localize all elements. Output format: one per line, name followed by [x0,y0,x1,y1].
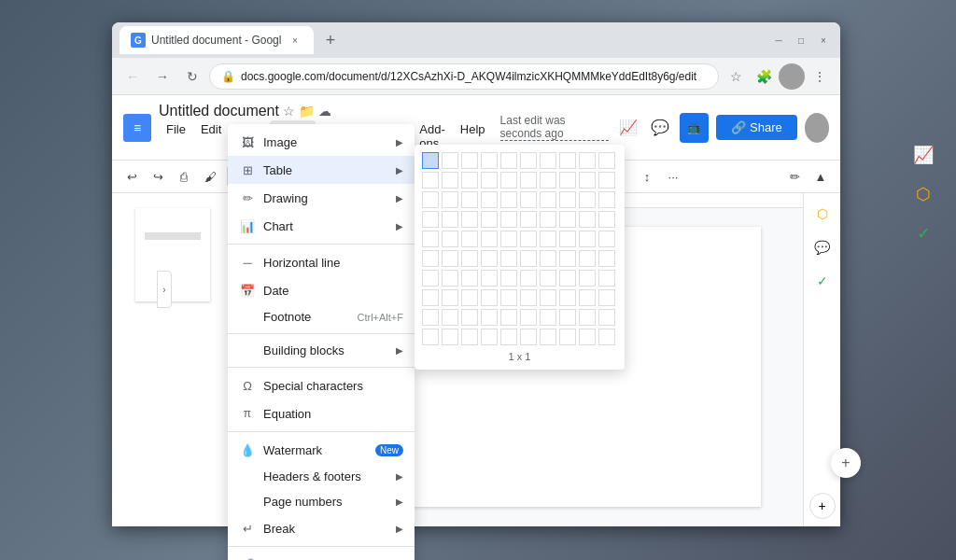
menu-item-image[interactable]: 🖼 Image ▶ [228,128,415,156]
table-cell[interactable] [520,289,537,306]
table-cell[interactable] [559,172,576,189]
table-cell[interactable] [520,270,537,287]
table-cell[interactable] [598,191,615,208]
menu-item-equation[interactable]: π Equation [228,399,415,427]
share-button[interactable]: 🔗 Share [716,115,797,140]
right-panel-chat[interactable]: 💬 [809,234,836,260]
folder-icon[interactable]: 📁 [299,104,315,119]
table-cell[interactable] [540,152,556,169]
collapse-toolbar-button[interactable]: ▲ [808,164,833,189]
expand-sidebar-button[interactable]: › [157,271,172,308]
table-cell[interactable] [598,211,615,228]
table-cell[interactable] [500,329,517,345]
table-cell[interactable] [559,231,576,247]
table-cell[interactable] [481,191,498,208]
page-thumbnail[interactable] [135,208,210,301]
table-cell[interactable] [579,172,596,189]
table-cell[interactable] [461,191,478,208]
table-cell[interactable] [422,152,439,169]
menu-item-date[interactable]: 📅 Date [228,276,415,304]
table-cell[interactable] [442,172,458,189]
table-cell[interactable] [540,191,556,208]
menu-item-break[interactable]: ↵ Break ▶ [228,514,415,542]
table-cell[interactable] [422,270,439,287]
table-cell[interactable] [579,289,596,306]
table-cell[interactable] [481,172,498,189]
table-cell[interactable] [559,270,576,287]
table-cell[interactable] [520,231,537,247]
table-cell[interactable] [559,211,576,228]
new-tab-button[interactable]: + [317,27,344,53]
table-cell[interactable] [598,231,615,247]
table-cell[interactable] [461,309,478,326]
table-cell[interactable] [559,309,576,326]
menu-item-building-blocks[interactable]: Building blocks ▶ [228,338,415,363]
table-cell[interactable] [520,250,537,267]
table-cell[interactable] [559,191,576,208]
last-edit-text[interactable]: Last edit was seconds ago [500,114,609,141]
table-cell[interactable] [540,231,556,247]
table-cell[interactable] [540,329,556,345]
more-button[interactable]: ··· [661,164,685,189]
table-cell[interactable] [500,211,517,228]
table-cell[interactable] [540,250,556,267]
table-cell[interactable] [422,211,439,228]
table-cell[interactable] [481,309,498,326]
undo-button[interactable]: ↩ [120,164,144,189]
table-cell[interactable] [422,231,439,247]
table-grid[interactable] [422,152,617,347]
table-cell[interactable] [598,289,615,306]
bookmark-button[interactable]: ☆ [723,63,749,90]
menu-item-page-numbers[interactable]: Page numbers ▶ [228,489,415,514]
table-cell[interactable] [461,250,478,267]
menu-file[interactable]: File [159,120,193,152]
reload-button[interactable]: ↻ [179,63,205,90]
table-cell[interactable] [461,231,478,247]
maximize-button[interactable]: □ [792,31,810,49]
profile-button[interactable] [779,63,805,90]
table-cell[interactable] [540,211,556,228]
table-cell[interactable] [540,309,556,326]
comments-button[interactable]: 💬 [648,113,672,143]
search-button[interactable]: 📈 [616,113,640,143]
table-cell[interactable] [461,211,478,228]
table-cell[interactable] [442,152,458,169]
table-cell[interactable] [559,329,576,345]
table-cell[interactable] [422,172,439,189]
table-cell[interactable] [579,250,596,267]
user-avatar[interactable] [805,113,829,143]
table-cell[interactable] [500,309,517,326]
table-cell[interactable] [520,191,537,208]
chrome-tab[interactable]: G Untitled document - Google Do... × [120,26,314,54]
table-cell[interactable] [598,172,615,189]
table-cell[interactable] [481,329,498,345]
menu-item-watermark[interactable]: 💧 Watermark New [228,436,415,464]
menu-item-horizontal-line[interactable]: ─ Horizontal line [228,248,415,276]
table-cell[interactable] [481,211,498,228]
menu-item-headers-footers[interactable]: Headers & footers ▶ [228,464,415,489]
table-cell[interactable] [520,309,537,326]
cloud-icon[interactable]: ☁ [318,104,331,119]
table-cell[interactable] [461,329,478,345]
table-cell[interactable] [520,172,537,189]
suggest-edit-button[interactable]: ✏ [782,164,807,189]
table-cell[interactable] [559,289,576,306]
forward-button[interactable]: → [149,63,176,90]
menu-item-footnote[interactable]: Footnote Ctrl+Alt+F [228,304,415,329]
table-cell[interactable] [520,329,537,345]
table-cell[interactable] [540,172,556,189]
table-cell[interactable] [442,211,458,228]
table-cell[interactable] [500,152,517,169]
right-panel-comments[interactable]: ⬡ [809,201,836,227]
present-button[interactable]: 📺 [680,113,709,143]
table-cell[interactable] [481,250,498,267]
table-cell[interactable] [520,211,537,228]
table-cell[interactable] [579,309,596,326]
menu-item-special-chars[interactable]: Ω Special characters [228,371,415,399]
table-cell[interactable] [481,231,498,247]
table-cell[interactable] [422,309,439,326]
menu-edit[interactable]: Edit [193,120,229,152]
table-cell[interactable] [442,250,458,267]
table-cell[interactable] [442,309,458,326]
table-cell[interactable] [579,211,596,228]
